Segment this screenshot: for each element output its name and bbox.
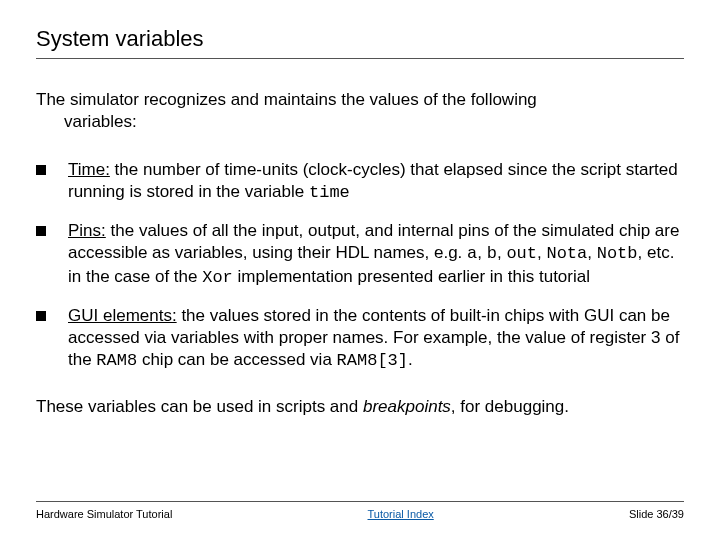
- code-text: Notb: [597, 244, 638, 263]
- square-bullet-icon: [36, 226, 46, 236]
- bullet-list: Time: the number of time-units (clock-cy…: [36, 159, 684, 372]
- bullet-item: GUI elements: the values stored in the c…: [36, 305, 684, 372]
- bullet-text: Pins: the values of all the input, outpu…: [68, 220, 684, 288]
- slide-title: System variables: [36, 26, 684, 59]
- code-text: out: [506, 244, 537, 263]
- code-text: RAM8[3]: [337, 351, 408, 370]
- square-bullet-icon: [36, 311, 46, 321]
- intro-line2: variables:: [36, 111, 684, 133]
- bullet-label: Time:: [68, 160, 110, 179]
- bullet-label: Pins:: [68, 221, 106, 240]
- footer-left: Hardware Simulator Tutorial: [36, 508, 172, 520]
- footer-right: Slide 36/39: [629, 508, 684, 520]
- footer-line: Hardware Simulator Tutorial Tutorial Ind…: [36, 501, 684, 520]
- closing-text: These variables can be used in scripts a…: [36, 396, 684, 418]
- code-text: a: [467, 244, 477, 263]
- bullet-text: GUI elements: the values stored in the c…: [68, 305, 684, 372]
- bullet-item: Pins: the values of all the input, outpu…: [36, 220, 684, 288]
- intro-text: The simulator recognizes and maintains t…: [36, 89, 684, 133]
- bullet-segment: ,: [497, 243, 506, 262]
- bullet-segment: ,: [477, 243, 486, 262]
- code-text: Xor: [202, 268, 233, 287]
- bullet-segment: chip can be accessed via: [137, 350, 336, 369]
- slide: System variables The simulator recognize…: [0, 0, 720, 540]
- bullet-label: GUI elements:: [68, 306, 177, 325]
- tutorial-index-link[interactable]: Tutorial Index: [368, 508, 434, 520]
- bullet-segment: the number of time-units (clock-cycles) …: [68, 160, 678, 201]
- bullet-text: Time: the number of time-units (clock-cy…: [68, 159, 684, 204]
- bullet-segment: implementation presented earlier in this…: [233, 267, 590, 286]
- closing-post: , for debugging.: [451, 397, 569, 416]
- code-text: Nota: [546, 244, 587, 263]
- intro-line1: The simulator recognizes and maintains t…: [36, 90, 537, 109]
- bullet-segment: .: [408, 350, 413, 369]
- code-text: RAM8: [96, 351, 137, 370]
- code-text: b: [487, 244, 497, 263]
- bullet-segment: ,: [587, 243, 596, 262]
- closing-em: breakpoints: [363, 397, 451, 416]
- square-bullet-icon: [36, 165, 46, 175]
- bullet-item: Time: the number of time-units (clock-cy…: [36, 159, 684, 204]
- code-text: time: [309, 183, 350, 202]
- footer: Hardware Simulator Tutorial Tutorial Ind…: [36, 501, 684, 520]
- closing-pre: These variables can be used in scripts a…: [36, 397, 363, 416]
